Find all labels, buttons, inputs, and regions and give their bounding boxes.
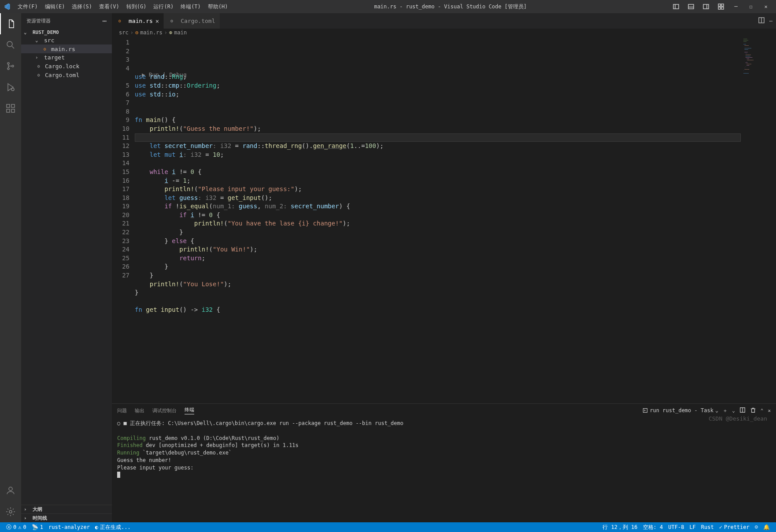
status-language[interactable]: Rust [698, 524, 717, 531]
svg-point-14 [12, 65, 14, 67]
cargo-lock-icon: ⚙ [35, 63, 42, 70]
tree-folder-src[interactable]: ⌄src [21, 36, 112, 44]
sidebar-more-icon[interactable]: ⋯ [102, 17, 107, 25]
tab-main-rs[interactable]: ⚙ main.rs × [112, 13, 164, 29]
cargo-toml-icon: ⚙ [35, 71, 42, 78]
minimap[interactable]: ▬▬▬▬▬▬▬▬▬▬▬▬▬▬▬▬▬▬▬▬▬▬ ▬▬▬▬▬ ▬▬▬▬▬▬▬▬ ▬▬… [741, 37, 776, 403]
layout-custom-icon[interactable] [714, 0, 728, 13]
status-errors[interactable]: ⓧ 0 ⚠ 0 [4, 524, 29, 531]
svg-rect-0 [673, 4, 679, 9]
breadcrumbs[interactable]: src› ⚙main.rs› ⊕main [112, 29, 776, 37]
svg-rect-4 [703, 4, 709, 9]
project-root[interactable]: ⌄RUST_DEMO [21, 29, 112, 36]
close-button[interactable]: ✕ [759, 0, 772, 13]
svg-rect-7 [721, 4, 724, 6]
terminal-panel: 问题 输出 调试控制台 终端 run rust_demo - Task ⌄ ＋⌄… [112, 403, 776, 522]
editor-tabs: ⚙ main.rs × ⚙ Cargo.toml ⋯ [112, 13, 776, 29]
layout-panel-left-icon[interactable] [669, 0, 683, 13]
svg-rect-6 [718, 4, 721, 6]
svg-point-20 [9, 487, 12, 491]
svg-point-15 [11, 88, 14, 91]
status-feedback-icon[interactable]: ☺ [752, 524, 761, 531]
status-rust-analyzer[interactable]: rust-analyzer [46, 524, 92, 530]
tree-folder-target[interactable]: ›target [21, 53, 112, 62]
close-tab-icon[interactable]: × [155, 18, 159, 25]
vscode-logo-icon [4, 3, 11, 10]
svg-rect-17 [11, 104, 15, 107]
svg-rect-16 [7, 104, 10, 107]
svg-rect-19 [11, 109, 15, 112]
terminal-split-icon[interactable] [739, 407, 746, 414]
menu-run[interactable]: 运行(R) [150, 3, 177, 11]
code-editor[interactable]: 1234 56789101112131415161718192021222324… [112, 37, 776, 403]
svg-point-21 [9, 510, 12, 513]
panel-tab-debug-console[interactable]: 调试控制台 [152, 407, 177, 414]
tab-more-icon[interactable]: ⋯ [769, 18, 772, 24]
activity-search[interactable] [0, 34, 21, 55]
cargo-toml-icon: ⚙ [168, 18, 175, 25]
rust-file-icon: ⚙ [116, 18, 123, 25]
panel-tab-terminal[interactable]: 终端 [185, 406, 194, 414]
status-bell-icon[interactable]: 🔔 [761, 524, 772, 531]
svg-point-12 [7, 63, 9, 64]
status-spaces[interactable]: 空格: 4 [640, 524, 666, 531]
terminal-new-icon[interactable]: ＋ [723, 407, 728, 414]
outline-section[interactable]: ›大纲 [21, 505, 112, 514]
menu-selection[interactable]: 选择(S) [68, 3, 96, 11]
minimize-button[interactable]: ─ [729, 0, 743, 13]
tree-file-cargo-toml[interactable]: ⚙Cargo.toml [21, 70, 112, 79]
activity-account[interactable] [0, 480, 21, 501]
svg-rect-9 [721, 7, 724, 9]
terminal-cursor [117, 472, 120, 478]
window-title: main.rs - rust_demo - Visual Studio Code… [232, 3, 670, 11]
explorer-sidebar: 资源管理器 ⋯ ⌄RUST_DEMO ⌄src ⚙main.rs ›target… [21, 13, 112, 522]
svg-point-13 [7, 68, 9, 70]
activity-source-control[interactable] [0, 55, 21, 77]
activity-explorer[interactable] [0, 13, 21, 34]
split-editor-icon[interactable] [758, 17, 765, 25]
menu-view[interactable]: 查看(V) [96, 3, 123, 11]
activity-extensions[interactable] [0, 98, 21, 119]
status-prettier[interactable]: ✓ Prettier [717, 524, 752, 531]
tree-file-main-rs[interactable]: ⚙main.rs [21, 44, 112, 53]
svg-rect-18 [7, 109, 10, 112]
sidebar-title: 资源管理器 [26, 18, 51, 24]
title-bar: 文件(F) 编辑(E) 选择(S) 查看(V) 转到(G) 运行(R) 终端(T… [0, 0, 776, 13]
menu-file[interactable]: 文件(F) [14, 3, 41, 11]
status-eol[interactable]: LF [687, 524, 698, 531]
activity-settings[interactable] [0, 501, 21, 522]
svg-rect-2 [688, 4, 694, 9]
status-bar: ⓧ 0 ⚠ 0 📡 1 rust-analyzer ◐ 正在生成... 行 12… [0, 522, 776, 532]
panel-tab-problems[interactable]: 问题 [117, 407, 127, 414]
terminal-kill-icon[interactable] [750, 407, 756, 414]
status-ports[interactable]: 📡 1 [29, 524, 46, 530]
panel-close-icon[interactable]: ✕ [768, 408, 771, 414]
terminal-task-label[interactable]: run rust_demo - Task ⌄ [643, 407, 718, 414]
svg-line-11 [12, 46, 14, 48]
sidebar-header: 资源管理器 ⋯ [21, 13, 112, 29]
layout-panel-right-icon[interactable] [699, 0, 713, 13]
panel-maximize-icon[interactable]: ⌃ [761, 408, 764, 414]
menu-help[interactable]: 帮助(H) [204, 3, 232, 11]
svg-rect-8 [718, 7, 721, 9]
menu-edit[interactable]: 编辑(E) [41, 3, 69, 11]
timeline-section[interactable]: ›时间线 [21, 514, 112, 522]
panel-tab-output[interactable]: 输出 [135, 407, 144, 414]
svg-point-10 [7, 41, 12, 47]
menu-terminal[interactable]: 终端(T) [177, 3, 204, 11]
activity-bar [0, 13, 21, 522]
terminal-output[interactable]: ○ ■ 正在执行任务: C:\Users\Dell\.cargo\bin\car… [112, 417, 776, 522]
rust-file-icon: ⚙ [41, 45, 48, 52]
maximize-button[interactable]: ☐ [744, 0, 758, 13]
activity-run-debug[interactable] [0, 77, 21, 98]
layout-panel-bottom-icon[interactable] [684, 0, 698, 13]
status-encoding[interactable]: UTF-8 [665, 524, 687, 531]
status-cursor-pos[interactable]: 行 12，列 16 [600, 524, 640, 531]
menu-go[interactable]: 转到(G) [123, 3, 150, 11]
tree-file-cargo-lock[interactable]: ⚙Cargo.lock [21, 62, 112, 70]
status-building[interactable]: ◐ 正在生成... [92, 524, 133, 531]
tab-cargo-toml[interactable]: ⚙ Cargo.toml [164, 13, 220, 29]
